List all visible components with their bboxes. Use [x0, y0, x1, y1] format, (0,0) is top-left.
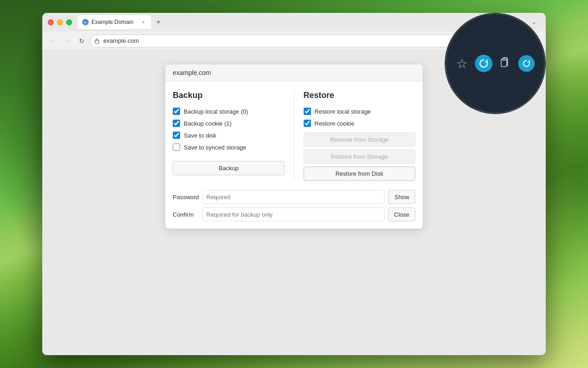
- domain-text: example.com: [173, 69, 211, 76]
- tab-favicon-icon: e: [82, 19, 89, 25]
- titlebar: e Example Domain × + ⌄: [42, 13, 546, 31]
- restore-from-storage-button[interactable]: Restore from Storage: [304, 150, 416, 164]
- more-options-button[interactable]: ⋮: [529, 34, 542, 47]
- maximize-window-button[interactable]: [66, 19, 72, 25]
- save-to-disk-row: Save to disk: [173, 132, 285, 139]
- remove-from-storage-button[interactable]: Remove from Storage: [304, 132, 416, 147]
- tab-title: Example Domain: [91, 19, 137, 25]
- restore-cookie-label[interactable]: Restore cookie: [315, 120, 355, 127]
- address-text: example.com: [103, 37, 464, 44]
- backup-button[interactable]: Backup: [173, 161, 285, 175]
- bookmark-star-button[interactable]: ☆: [470, 34, 483, 47]
- password-label: Password: [173, 194, 198, 201]
- restore-cookie-row: Restore cookie: [304, 120, 416, 127]
- tab-bar: e Example Domain × + ⌄: [78, 15, 540, 29]
- backup-cookie-label[interactable]: Backup cookie (1): [184, 120, 232, 127]
- tab-expand-button[interactable]: ⌄: [527, 16, 540, 29]
- traffic-lights: [48, 19, 72, 25]
- backup-local-storage-checkbox[interactable]: [173, 108, 180, 115]
- backup-cookie-checkbox[interactable]: [173, 120, 180, 127]
- save-to-disk-checkbox[interactable]: [173, 132, 180, 139]
- show-password-button[interactable]: Show: [388, 190, 415, 204]
- nav-actions: ☆ ⋮: [470, 34, 542, 47]
- address-bar[interactable]: example.com: [90, 34, 469, 47]
- password-section: Password Show Confirm Close: [165, 190, 423, 229]
- password-input[interactable]: [202, 190, 384, 204]
- restore-from-disk-button[interactable]: Restore from Disk: [304, 167, 416, 181]
- backup-cookie-row: Backup cookie (1): [173, 120, 285, 127]
- restore-extension-button[interactable]: [485, 34, 498, 47]
- svg-rect-0: [95, 40, 99, 43]
- save-to-synced-label[interactable]: Save to synced storage: [184, 144, 246, 151]
- restore-local-storage-row: Restore local storage: [304, 108, 416, 115]
- browser-window: e Example Domain × + ⌄ ← → ↻ example.com…: [42, 13, 546, 355]
- active-tab[interactable]: e Example Domain ×: [78, 15, 151, 29]
- close-button[interactable]: Close: [388, 207, 415, 221]
- confirm-label: Confirm: [173, 211, 198, 218]
- backup-local-storage-row: Backup local storage (0): [173, 108, 285, 115]
- sync-extension-button[interactable]: [514, 34, 527, 47]
- restore-buttons: Remove from Storage Restore from Storage…: [304, 132, 416, 181]
- page-content: example.com Backup Backup local storage …: [42, 51, 546, 355]
- secure-icon: [94, 38, 101, 44]
- svg-rect-4: [504, 38, 507, 40]
- confirm-input[interactable]: [202, 207, 384, 221]
- back-button[interactable]: ←: [46, 34, 59, 47]
- navbar: ← → ↻ example.com ☆: [42, 31, 546, 51]
- save-to-disk-label[interactable]: Save to disk: [184, 132, 216, 139]
- backup-title: Backup: [173, 91, 285, 100]
- restore-local-storage-checkbox[interactable]: [304, 108, 311, 115]
- save-to-synced-checkbox[interactable]: [173, 144, 180, 151]
- backup-section: Backup Backup local storage (0) Backup c…: [173, 91, 294, 181]
- confirm-row: Confirm Close: [173, 207, 415, 221]
- minimize-window-button[interactable]: [57, 19, 63, 25]
- restore-section: Restore Restore local storage Restore co…: [294, 91, 416, 181]
- popup-body: Backup Backup local storage (0) Backup c…: [165, 81, 423, 190]
- save-to-synced-row: Save to synced storage: [173, 144, 285, 151]
- domain-bar: example.com: [165, 64, 423, 81]
- popup-card: example.com Backup Backup local storage …: [165, 64, 423, 229]
- reload-button[interactable]: ↻: [75, 34, 88, 47]
- restore-title: Restore: [304, 91, 416, 100]
- tab-close-button[interactable]: ×: [140, 19, 147, 25]
- clipboard-extension-button[interactable]: [500, 34, 513, 47]
- backup-local-storage-label[interactable]: Backup local storage (0): [184, 108, 248, 115]
- forward-button[interactable]: →: [61, 34, 74, 47]
- close-window-button[interactable]: [48, 19, 54, 25]
- svg-rect-3: [503, 39, 508, 45]
- new-tab-button[interactable]: +: [152, 16, 165, 29]
- restore-local-storage-label[interactable]: Restore local storage: [315, 108, 371, 115]
- password-row: Password Show: [173, 190, 415, 204]
- restore-cookie-checkbox[interactable]: [304, 120, 311, 127]
